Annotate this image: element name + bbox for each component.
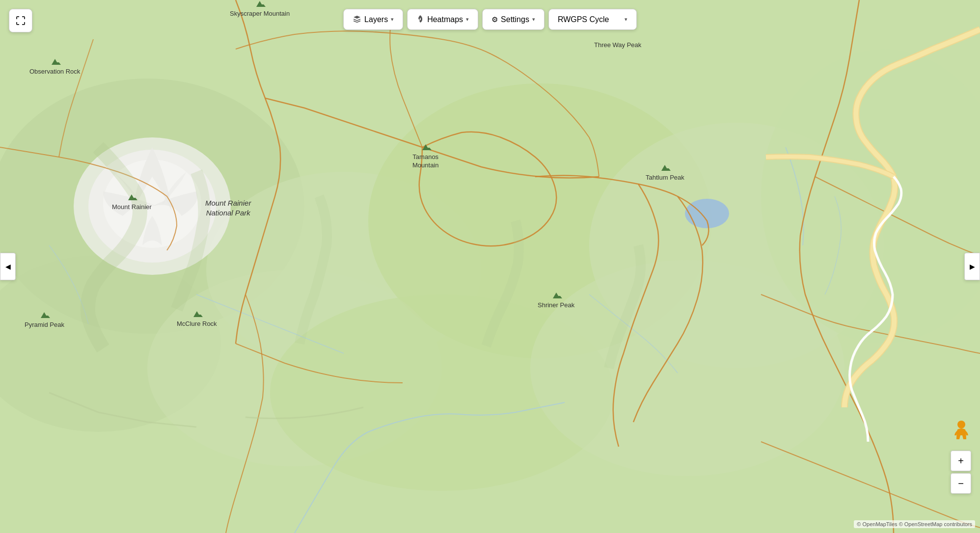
zoom-in-icon: + bbox=[958, 455, 964, 467]
layers-icon bbox=[353, 14, 361, 25]
zoom-out-icon: − bbox=[958, 478, 964, 489]
layers-chevron: ▾ bbox=[391, 16, 394, 23]
map-container: Skyscraper Mountain Observation Rock Thr… bbox=[0, 0, 980, 533]
zoom-controls: + − bbox=[951, 451, 971, 494]
heatmaps-icon bbox=[416, 14, 424, 25]
svg-point-14 bbox=[957, 421, 965, 428]
zoom-out-button[interactable]: − bbox=[951, 473, 971, 494]
toolbar: Layers ▾ Heatmaps ▾ ⚙ Settings ▾ RWGPS C… bbox=[343, 9, 637, 30]
map-type-chevron: ▾ bbox=[625, 16, 627, 23]
heatmaps-chevron: ▾ bbox=[466, 16, 469, 23]
settings-icon: ⚙ bbox=[491, 15, 498, 24]
settings-button[interactable]: ⚙ Settings ▾ bbox=[482, 9, 544, 30]
fullscreen-button[interactable] bbox=[9, 9, 32, 32]
map-type-button[interactable]: RWGPS Cycle ▾ bbox=[548, 9, 637, 30]
svg-point-13 bbox=[685, 199, 729, 228]
heatmaps-button[interactable]: Heatmaps ▾ bbox=[407, 9, 478, 30]
nav-right-icon: ▶ bbox=[970, 263, 975, 270]
map-background bbox=[0, 0, 980, 533]
nav-left-button[interactable]: ◀ bbox=[0, 253, 16, 280]
layers-button[interactable]: Layers ▾ bbox=[343, 9, 403, 30]
settings-chevron: ▾ bbox=[532, 16, 535, 23]
street-view-pegman[interactable] bbox=[953, 421, 970, 447]
nav-left-icon: ◀ bbox=[5, 263, 11, 270]
attribution: © OpenMapTiles © OpenStreetMap contribut… bbox=[854, 520, 975, 528]
nav-right-button[interactable]: ▶ bbox=[964, 253, 980, 280]
zoom-in-button[interactable]: + bbox=[951, 451, 971, 471]
